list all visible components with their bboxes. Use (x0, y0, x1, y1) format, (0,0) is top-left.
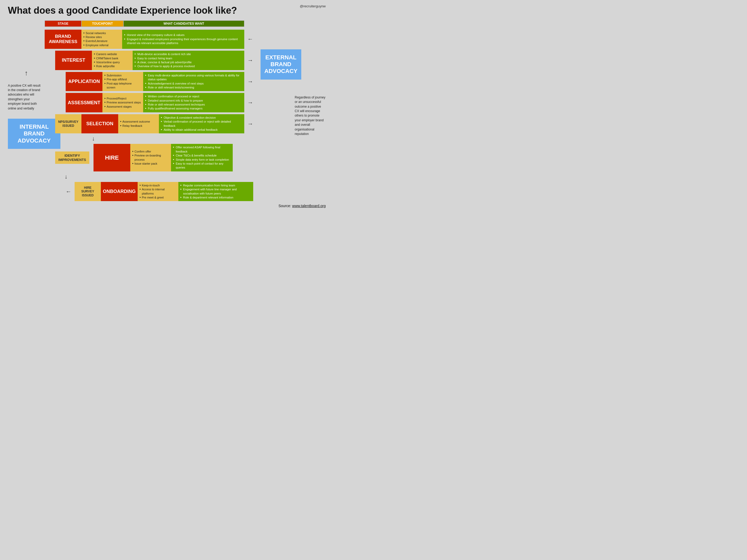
hire-survey-box: HIRESURVEYISSUED (75, 182, 101, 202)
touchpoint-header: TOUCHPOINT (81, 21, 124, 27)
assessment-want: Written confirmation of proceed or rejec… (143, 93, 244, 112)
identify-box: IDENTIFYIMPROVEMENTS (55, 152, 89, 164)
application-want: Easy multi-device application process us… (143, 72, 244, 91)
application-touchpoint: Submission Pre-app sift/test Post-app te… (102, 72, 143, 91)
interest-want: Multi-device accessible & content rich s… (133, 51, 244, 70)
brand-awareness-touchpoint: Social networks Review sites Events/Lite… (81, 30, 122, 49)
table-header: STAGE TOUCHPOINT WHAT CANDIDATES WANT (45, 21, 244, 27)
onboarding-stage: ONBOARDING (101, 182, 138, 202)
attribution: @recruiterguynw (300, 4, 326, 8)
down-arrow-mid: ↓ (92, 135, 289, 142)
selection-stage: SELECTION (81, 114, 118, 134)
source-text: Source: www.talentboard.org (8, 204, 326, 208)
interest-arrow: → (248, 57, 253, 64)
selection-touchpoint: Assessment outcome Relay feedback (118, 114, 159, 134)
identify-hire-row: IDENTIFYIMPROVEMENTS HIRE Confirm offer … (55, 144, 289, 171)
left-arrow-internal: ← (66, 188, 72, 195)
assessment-arrow: → (248, 99, 253, 106)
selection-row: NPS/SURVEYISSUED SELECTION Assessment ou… (55, 114, 289, 134)
right-positive-cx-text: Regardless of journey or an unsuccessful… (295, 95, 326, 136)
brand-awareness-row: BRANDAWARENESS Social networks Review si… (45, 30, 289, 49)
external-brand-advocacy: EXTERNAL BRAND ADVOCACY (261, 49, 301, 80)
onboarding-want: Regular communication from hiring team E… (178, 182, 253, 202)
assessment-row: ASSESSMENT Proceed/Reject Preview assess… (66, 93, 289, 112)
onboarding-row: ← HIRESURVEYISSUED ONBOARDING Keep-in-to… (66, 182, 289, 202)
onboarding-touchpoint: Keep-in-touch Access to internal platfor… (138, 182, 178, 202)
hire-stage: HIRE (94, 144, 130, 171)
application-stage: APPLICATION (66, 72, 102, 91)
interest-row: INTEREST Careers website CRM/Talent bank… (55, 51, 289, 70)
application-arrow: → (248, 78, 253, 85)
page-title: What does a good Candidate Experience lo… (8, 5, 326, 16)
nps-survey-box: NPS/SURVEYISSUED (55, 114, 81, 134)
interest-stage: INTEREST (55, 51, 92, 70)
up-arrow-left: ↑ (25, 69, 28, 77)
selection-arrow: → (248, 121, 253, 127)
want-header: WHAT CANDIDATES WANT (124, 21, 244, 27)
application-row: APPLICATION Submission Pre-app sift/test… (66, 72, 289, 91)
assessment-stage: ASSESSMENT (66, 93, 102, 112)
assessment-touchpoint: Proceed/Reject Preview assessment steps … (102, 93, 143, 112)
interest-touchpoint: Careers website CRM/Talent bank Voice/on… (92, 51, 133, 70)
selection-want: Objective & consistent selection decisio… (159, 114, 244, 134)
brand-awareness-stage: BRANDAWARENESS (45, 30, 81, 49)
hire-touchpoint: Confirm offer Preview on-boarding proces… (130, 144, 171, 171)
left-positive-cx-text: A positive CX will result in the creatio… (8, 83, 45, 111)
brand-awareness-want: Honest view of the company culture & val… (122, 30, 244, 49)
down-arrow-identify: ↓ (65, 173, 289, 180)
brand-awareness-arrow: ← (248, 36, 253, 43)
stage-header: STAGE (45, 21, 81, 27)
hire-want: Offer received ASAP following final feed… (171, 144, 233, 171)
